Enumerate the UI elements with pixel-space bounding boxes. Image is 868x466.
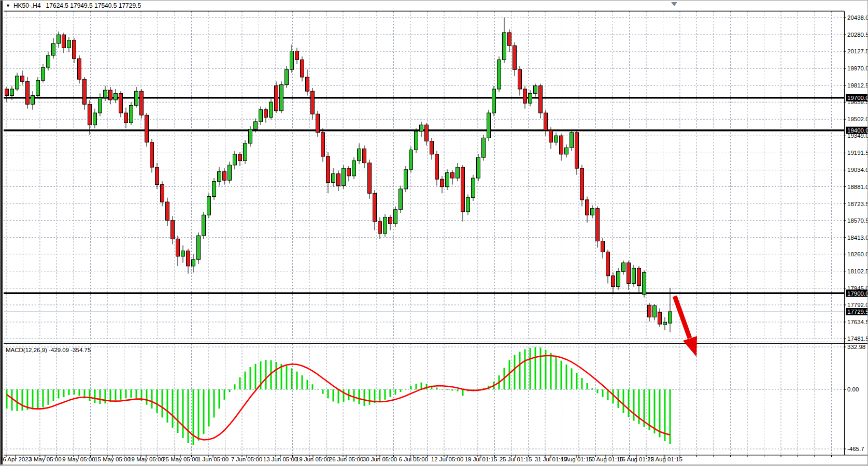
candle-body <box>31 96 35 105</box>
macd-tick-label: 0.00 <box>847 386 859 392</box>
candle-body <box>663 322 667 325</box>
time-axis-label: 26 Apr 2023 <box>1 456 32 462</box>
candle-body <box>492 89 496 113</box>
time-axis-label: 3 May 05:00 <box>29 456 61 462</box>
candle-body <box>119 93 123 113</box>
time-axis-label: 19 Jul 01:15 <box>465 456 497 462</box>
time-axis-label: 19 May 05:00 <box>128 456 164 462</box>
candle-body <box>73 40 76 59</box>
candle-body <box>451 172 454 178</box>
candle-body <box>321 133 325 156</box>
macd-tick-label: -465.7 <box>847 446 864 452</box>
candle-body <box>389 217 392 224</box>
candle-body <box>311 91 315 114</box>
candle-body <box>466 198 470 212</box>
candle-body <box>36 80 40 95</box>
candle-body <box>52 43 55 55</box>
candle-body <box>192 259 195 266</box>
candle-body <box>181 251 185 256</box>
candle-body <box>606 252 610 276</box>
price-tick-label: 19502.0 <box>847 116 868 122</box>
candle-body <box>228 165 232 180</box>
candle-body <box>161 185 164 202</box>
candle-body <box>632 268 636 283</box>
candle-body <box>259 110 263 122</box>
candle-body <box>461 167 465 212</box>
candle-body <box>57 35 61 43</box>
candle-body <box>62 35 66 48</box>
time-axis-label: 19 Jun 05:00 <box>296 456 331 462</box>
price-tick-label: 18723.5 <box>847 201 868 207</box>
price-tick-label: 20280.5 <box>847 32 868 38</box>
candle-body <box>415 132 418 150</box>
price-label-highlight-text: 17900.0 <box>847 290 868 297</box>
macd-indicator-label: MACD(12,26,9) -429.09 -354.75 <box>6 347 91 353</box>
candle-body <box>109 90 112 100</box>
candle-body <box>290 51 294 70</box>
candle-body <box>368 163 372 194</box>
candle-body <box>254 122 258 129</box>
time-axis-label: 7 Jun 05:00 <box>231 456 262 462</box>
candle-body <box>513 46 517 69</box>
price-tick-label: 19970.0 <box>847 65 868 71</box>
candle-body <box>554 136 558 142</box>
candle-body <box>544 113 548 130</box>
candle-body <box>130 105 133 123</box>
candle-body <box>347 168 351 176</box>
candle-body <box>586 200 589 215</box>
candle-body <box>580 168 584 200</box>
candle-body <box>332 174 335 183</box>
candle-body <box>358 149 361 161</box>
candle-body <box>549 130 553 142</box>
candle-body <box>171 221 175 239</box>
time-axis-label: 22 Aug 01:15 <box>647 456 682 462</box>
time-axis-label: 30 Jun 05:00 <box>363 456 397 462</box>
candle-body <box>643 272 646 294</box>
candle-body <box>617 271 620 286</box>
candle-body <box>337 174 340 186</box>
candle-body <box>83 79 87 104</box>
candle-body <box>218 171 221 181</box>
time-axis-label: 6 Jul 05:00 <box>399 456 428 462</box>
price-tick-label: 18102.5 <box>847 268 868 274</box>
candle-body <box>26 81 30 104</box>
candle-body <box>560 136 563 154</box>
candle-body <box>399 189 403 210</box>
candle-body <box>187 251 190 266</box>
price-tick-label: 19191.5 <box>847 150 868 156</box>
candle-body <box>529 93 532 103</box>
price-tick-label: 18260.0 <box>847 251 868 257</box>
trend-arrow-shaft[interactable] <box>675 296 690 338</box>
candle-body <box>47 55 50 67</box>
candle-body <box>518 69 522 89</box>
candle-body <box>238 154 242 161</box>
candle-body <box>373 193 377 222</box>
candle-body <box>409 150 413 169</box>
candle-body <box>140 91 144 115</box>
price-tick-label: 19812.5 <box>847 82 868 89</box>
candle-body <box>653 305 657 317</box>
time-axis-label: 10 Aug 01:15 <box>588 456 623 462</box>
candle-body <box>601 241 605 252</box>
candle-body <box>21 76 24 81</box>
price-label-highlight-text: 17729.5 <box>847 309 868 315</box>
price-label-highlight-text: 19400.0 <box>847 127 868 134</box>
trend-arrow-head[interactable] <box>683 336 697 357</box>
price-tick-label: 18570.5 <box>847 217 868 224</box>
time-axis-label: 1 Jun 05:00 <box>197 456 229 462</box>
candle-body <box>440 179 444 187</box>
price-chart-canvas[interactable]: 20438.020280.520127.519970.019812.519659… <box>1 1 868 466</box>
candle-body <box>104 90 107 98</box>
candle-body <box>482 138 486 157</box>
candle-body <box>41 67 45 80</box>
candle-body <box>269 102 273 117</box>
price-tick-label: 17792.0 <box>847 302 868 308</box>
candle-body <box>570 133 574 148</box>
chart-shift-marker-icon[interactable] <box>671 2 677 6</box>
candle-body <box>166 202 169 221</box>
candle-body <box>301 60 304 77</box>
candle-body <box>658 312 662 324</box>
macd-tick-label: 332.98 <box>847 344 865 350</box>
candle-body <box>472 178 475 198</box>
candle-body <box>316 114 320 133</box>
